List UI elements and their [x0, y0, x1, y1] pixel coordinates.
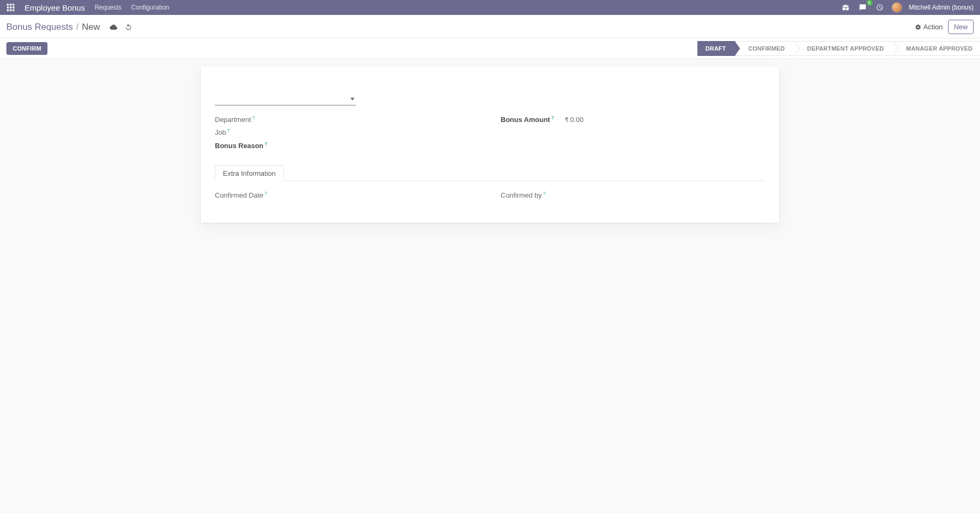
form-left: Department? Job? Bonus Reason?: [215, 113, 479, 152]
help-icon[interactable]: ?: [264, 141, 268, 146]
topnav: Employee Bonus Requests Configuration 5 …: [0, 0, 980, 15]
label-confirmed-by-text: Confirmed by: [501, 191, 542, 199]
avatar[interactable]: [892, 3, 902, 12]
label-job: Job?: [215, 128, 230, 136]
tabs: Extra Information: [215, 165, 765, 181]
help-icon[interactable]: ?: [264, 191, 267, 196]
label-job-text: Job: [215, 129, 226, 137]
messages-badge: 5: [866, 0, 873, 6]
control-bar-right: Action New: [915, 20, 974, 34]
value-bonus-amount[interactable]: ₹0.00: [565, 116, 583, 124]
status-bar: CONFIRM DRAFT CONFIRMED DEPARTMENT APPRO…: [0, 38, 980, 59]
status-step-manager-approved[interactable]: MANAGER APPROVED: [894, 41, 980, 56]
employee-select-input[interactable]: [217, 94, 344, 103]
nav-link-configuration[interactable]: Configuration: [131, 4, 169, 11]
messages-icon[interactable]: 5: [858, 3, 867, 12]
label-bonus-reason: Bonus Reason?: [215, 141, 268, 150]
form-grid: Department? Job? Bonus Reason?: [215, 113, 765, 152]
breadcrumb-separator: /: [76, 22, 79, 32]
svg-rect-1: [10, 4, 12, 6]
new-button[interactable]: New: [948, 20, 974, 34]
help-icon[interactable]: ?: [252, 115, 255, 120]
control-bar: Bonus Requests / New Action New: [0, 15, 980, 38]
tab-extra-information[interactable]: Extra Information: [215, 165, 284, 181]
field-department: Department?: [215, 113, 479, 126]
topnav-left: Employee Bonus Requests Configuration: [6, 3, 170, 12]
tab-grid: Confirmed Date? Confirmed by?: [215, 189, 765, 201]
svg-rect-7: [10, 10, 12, 12]
status-step-confirmed[interactable]: CONFIRMED: [735, 41, 794, 56]
status-steps: DRAFT CONFIRMED DEPARTMENT APPROVED MANA…: [697, 41, 980, 56]
topnav-right: 5 Mitchell Admin (bonus): [841, 3, 974, 12]
help-icon[interactable]: ?: [551, 115, 555, 120]
confirm-button[interactable]: CONFIRM: [6, 42, 47, 55]
tab-panel-extra-information: Confirmed Date? Confirmed by?: [215, 181, 765, 201]
form-sheet: Department? Job? Bonus Reason?: [201, 67, 779, 223]
nav-link-requests[interactable]: Requests: [94, 4, 122, 11]
svg-rect-4: [10, 6, 12, 9]
discard-icon[interactable]: [125, 23, 132, 31]
clock-icon[interactable]: [875, 3, 885, 12]
breadcrumb: Bonus Requests / New: [6, 22, 132, 32]
sheet-wrap: Department? Job? Bonus Reason?: [0, 59, 980, 244]
label-bonus-amount-text: Bonus Amount: [501, 116, 550, 124]
username[interactable]: Mitchell Admin (bonus): [909, 4, 974, 11]
label-confirmed-date-text: Confirmed Date: [215, 191, 263, 199]
help-icon[interactable]: ?: [227, 128, 230, 133]
breadcrumb-root[interactable]: Bonus Requests: [6, 22, 73, 32]
action-menu-label: Action: [923, 23, 943, 31]
employee-select[interactable]: [215, 93, 356, 105]
label-confirmed-date: Confirmed Date?: [215, 191, 267, 199]
label-bonus-amount: Bonus Amount?: [501, 115, 554, 124]
svg-rect-5: [13, 6, 15, 9]
bonus-amount-number: 0.00: [570, 116, 583, 124]
apps-icon[interactable]: [6, 3, 15, 12]
label-confirmed-by: Confirmed by?: [501, 191, 545, 199]
form-right: Bonus Amount? ₹0.00: [501, 113, 765, 152]
title-select-row: [215, 93, 765, 105]
label-department-text: Department: [215, 116, 251, 124]
svg-rect-8: [13, 10, 15, 12]
breadcrumb-current: New: [82, 22, 100, 32]
field-confirmed-date: Confirmed Date?: [215, 189, 479, 201]
field-bonus-reason: Bonus Reason?: [215, 139, 479, 152]
field-job: Job?: [215, 126, 479, 139]
svg-rect-6: [7, 10, 9, 12]
field-bonus-amount: Bonus Amount? ₹0.00: [501, 113, 765, 126]
status-step-draft[interactable]: DRAFT: [697, 41, 735, 56]
svg-rect-3: [7, 6, 9, 9]
gift-icon[interactable]: [841, 3, 850, 12]
action-menu[interactable]: Action: [915, 23, 943, 31]
label-bonus-reason-text: Bonus Reason: [215, 142, 263, 150]
chevron-down-icon: [350, 98, 355, 101]
svg-rect-2: [13, 4, 15, 6]
field-confirmed-by: Confirmed by?: [501, 189, 765, 201]
status-step-department-approved[interactable]: DEPARTMENT APPROVED: [794, 41, 894, 56]
svg-rect-0: [7, 4, 9, 6]
label-department: Department?: [215, 115, 255, 124]
cloud-save-icon[interactable]: [110, 23, 117, 31]
app-title[interactable]: Employee Bonus: [25, 3, 85, 12]
currency-symbol: ₹: [565, 116, 569, 124]
help-icon[interactable]: ?: [543, 191, 545, 196]
